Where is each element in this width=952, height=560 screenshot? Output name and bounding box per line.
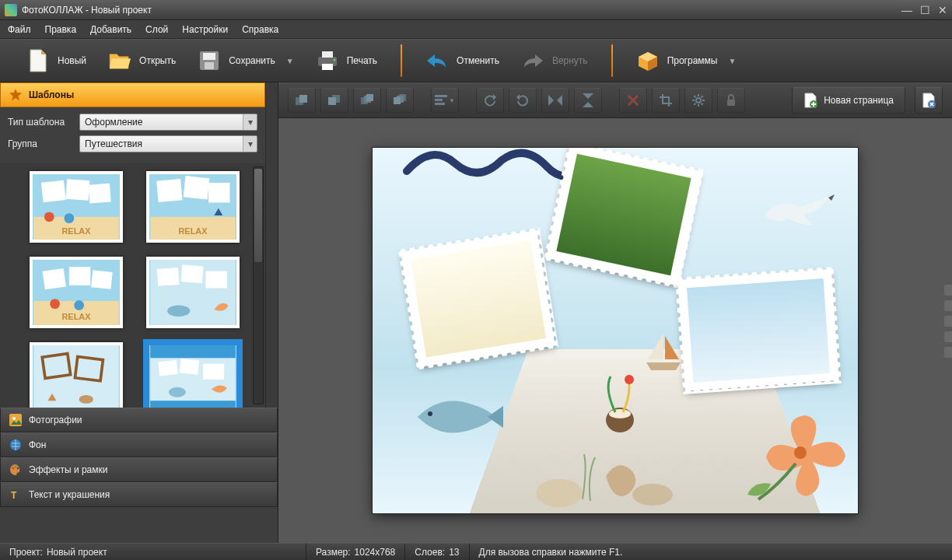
rotate-right-button[interactable] — [509, 88, 537, 113]
menu-add[interactable]: Добавить — [90, 24, 131, 35]
svg-rect-5 — [322, 64, 333, 70]
edge-tab[interactable] — [944, 285, 952, 296]
menubar: Файл Правка Добавить Слой Настройки Спра… — [0, 20, 952, 39]
bring-forward-button[interactable] — [353, 88, 381, 113]
scrollbar-handle[interactable] — [254, 169, 262, 262]
svg-text:RELAX: RELAX — [178, 226, 208, 236]
flip-vertical-button[interactable] — [574, 88, 602, 113]
status-size-value: 1024x768 — [355, 547, 396, 558]
accordion-templates[interactable]: Шаблоны — [0, 82, 265, 107]
lock-button[interactable] — [717, 88, 745, 113]
menu-help[interactable]: Справка — [242, 24, 278, 35]
status-layers-value: 13 — [449, 547, 459, 558]
redo-button[interactable]: Вернуть — [510, 44, 599, 77]
open-button[interactable]: Открыть — [97, 44, 187, 77]
svg-text:RELAX: RELAX — [61, 312, 91, 321]
printer-icon — [316, 49, 339, 72]
status-help-text: Для вызова справки нажмите F1. — [479, 547, 623, 558]
svg-rect-61 — [394, 97, 401, 104]
statusbar: Проект: Новый проект Размер: 1024x768 Сл… — [0, 543, 952, 560]
template-thumbnails: RELAX RELAX RELAX — [0, 163, 265, 408]
send-back-button[interactable] — [320, 88, 348, 113]
crop-button[interactable] — [652, 88, 680, 113]
accordion-effects[interactable]: Эффекты и рамки — [0, 457, 278, 482]
photo-frame[interactable] — [402, 231, 555, 366]
template-thumb[interactable]: RELAX — [146, 171, 240, 243]
star-icon — [9, 88, 23, 102]
bird-clipart[interactable] — [757, 191, 835, 232]
menu-file[interactable]: Файл — [8, 24, 31, 35]
bring-front-button[interactable] — [288, 88, 316, 113]
svg-point-50 — [17, 467, 19, 470]
svg-point-33 — [167, 305, 190, 317]
template-thumb[interactable] — [30, 342, 123, 408]
accordion-text[interactable]: T Текст и украшения — [0, 482, 278, 507]
print-button[interactable]: Печать — [305, 44, 388, 77]
status-project-label: Проект: — [9, 547, 43, 558]
template-thumb[interactable]: RELAX — [30, 171, 123, 243]
menu-layer[interactable]: Слой — [145, 24, 168, 35]
palette-icon — [9, 463, 23, 477]
programs-button[interactable]: Программы ▼ — [625, 44, 747, 77]
status-size-label: Размер: — [316, 547, 351, 558]
svg-rect-40 — [150, 401, 236, 408]
maximize-button[interactable]: ☐ — [920, 4, 930, 16]
shells-clipart[interactable] — [528, 453, 691, 509]
accordion-photos[interactable]: Фотографии — [0, 408, 278, 432]
undo-button[interactable]: Отменить — [415, 44, 510, 77]
edge-tab[interactable] — [944, 331, 952, 342]
template-type-label: Тип шаблона — [8, 117, 73, 128]
svg-rect-55 — [328, 97, 336, 105]
settings-button[interactable] — [684, 88, 712, 113]
minimize-button[interactable]: — — [901, 4, 912, 16]
scrollbar[interactable] — [253, 166, 264, 404]
svg-point-44 — [168, 387, 185, 397]
flower-clipart[interactable] — [737, 412, 853, 506]
new-page-button[interactable]: Новая страница — [792, 87, 905, 114]
panel-split-handle[interactable] — [265, 82, 278, 408]
edge-tab[interactable] — [944, 300, 952, 311]
svg-rect-42 — [179, 359, 199, 375]
fish-clipart[interactable] — [410, 389, 503, 443]
canvas-toolbar: ▼ Новая страница — [278, 82, 952, 118]
new-button[interactable]: Новый — [16, 44, 97, 77]
template-group-select[interactable]: Путешествия ▾ — [79, 135, 257, 152]
new-file-icon — [26, 49, 50, 72]
template-thumb[interactable]: RELAX — [30, 257, 123, 328]
canvas-viewport[interactable] — [278, 118, 952, 543]
svg-rect-58 — [366, 94, 373, 101]
svg-rect-19 — [208, 183, 229, 203]
send-backward-button[interactable] — [386, 88, 414, 113]
edge-tab[interactable] — [944, 347, 952, 358]
rotate-left-button[interactable] — [476, 88, 504, 113]
print-button-label: Печать — [347, 55, 377, 66]
svg-rect-63 — [435, 99, 443, 101]
template-filters: Тип шаблона Оформление ▾ Группа Путешест… — [0, 107, 265, 163]
accordion-background-label: Фон — [29, 439, 46, 450]
sailboat-clipart[interactable] — [642, 331, 685, 372]
accordion-background[interactable]: Фон — [0, 432, 278, 457]
delete-button[interactable] — [619, 88, 647, 113]
photo-frame[interactable] — [678, 270, 838, 390]
close-button[interactable]: ✕ — [938, 4, 947, 16]
page-settings-button[interactable] — [915, 87, 943, 114]
flip-horizontal-button[interactable] — [541, 88, 569, 113]
canvas-page[interactable] — [373, 148, 858, 513]
svg-point-73 — [536, 479, 583, 507]
template-thumb-selected[interactable] — [146, 342, 240, 408]
align-button[interactable]: ▼ — [431, 88, 459, 113]
save-button[interactable]: Сохранить ▼ — [187, 44, 305, 77]
toolbar-separator — [401, 44, 402, 77]
svg-rect-17 — [156, 179, 182, 202]
coconut-drink-clipart[interactable] — [597, 373, 643, 436]
menu-settings[interactable]: Настройки — [182, 24, 228, 35]
photo-frame[interactable] — [547, 148, 700, 285]
edge-tab[interactable] — [944, 316, 952, 327]
svg-rect-64 — [435, 103, 445, 105]
svg-text:T: T — [11, 490, 17, 501]
template-group-value: Путешествия — [85, 138, 142, 149]
menu-edit[interactable]: Правка — [45, 24, 77, 35]
template-thumb[interactable] — [146, 257, 240, 328]
svg-rect-30 — [156, 268, 179, 286]
template-type-select[interactable]: Оформление ▾ — [79, 114, 257, 131]
